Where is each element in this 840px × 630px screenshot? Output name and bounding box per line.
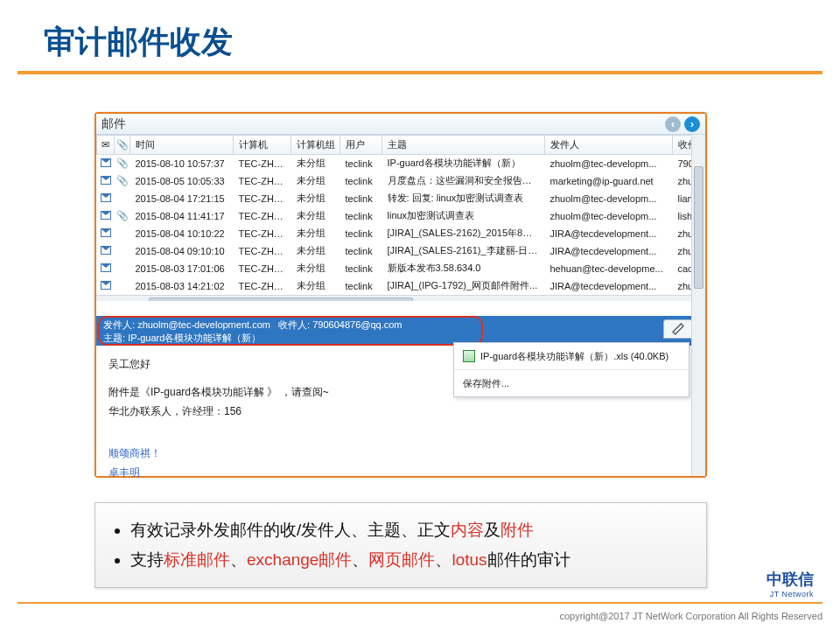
col-group[interactable]: 计算机组 bbox=[291, 136, 340, 155]
vertical-scrollbar[interactable] bbox=[691, 135, 705, 476]
bullet-1: 有效记录外发邮件的收/发件人、主题、正文内容及附件 bbox=[130, 515, 687, 545]
table-row[interactable]: 2015-08-04 17:21:15TEC-ZHU...未分组teclink转… bbox=[97, 190, 706, 207]
table-row[interactable]: 2015-08-04 10:10:22TEC-ZHU...未分组teclink[… bbox=[97, 225, 706, 242]
mail-icon bbox=[101, 193, 111, 202]
col-subject[interactable]: 主题 bbox=[382, 136, 545, 155]
mail-icon bbox=[101, 211, 111, 220]
attachment-icon: 📎 bbox=[116, 175, 129, 186]
signature-1: 顺颂商祺！ bbox=[108, 444, 693, 463]
col-user[interactable]: 用户 bbox=[340, 136, 382, 155]
save-attachment[interactable]: 保存附件... bbox=[454, 370, 689, 396]
attachment-popup: IP-guard各模块功能详解（新）.xls (40.0KB) 保存附件... bbox=[453, 342, 690, 397]
detail-body: 吴工您好 附件是《IP-guard各模块功能详解 》 ，请查阅~ 华北办联系人，… bbox=[96, 346, 705, 491]
table-row[interactable]: 2015-08-04 09:10:10TEC-ZHU...未分组teclink[… bbox=[97, 242, 706, 260]
col-type-icon[interactable]: ✉ bbox=[97, 136, 115, 155]
footer-divider bbox=[18, 602, 822, 604]
mail-icon bbox=[101, 246, 111, 255]
page-title: 审计邮件收发 bbox=[0, 0, 840, 71]
nav-forward-button[interactable]: › bbox=[684, 116, 700, 132]
mail-table: ✉ 📎 时间 计算机 计算机组 用户 主题 发件人 收件人 📎2015-08-1… bbox=[96, 135, 705, 301]
mail-icon bbox=[101, 228, 111, 237]
table-row[interactable]: 📎2015-08-04 11:41:17TEC-ZHU...未分组teclink… bbox=[97, 207, 706, 225]
table-row[interactable]: 2015-08-03 17:01:06TEC-ZHU...未分组teclink新… bbox=[97, 260, 706, 277]
bullet-2: 支持标准邮件、exchange邮件、网页邮件、lotus邮件的审计 bbox=[130, 545, 687, 575]
window-title: 邮件 bbox=[102, 116, 126, 132]
window-header: 邮件 ‹ › bbox=[96, 114, 705, 135]
col-attach-icon[interactable]: 📎 bbox=[115, 136, 130, 155]
table-header-row: ✉ 📎 时间 计算机 计算机组 用户 主题 发件人 收件人 bbox=[97, 136, 706, 155]
signature-2: 卓丰明 bbox=[108, 463, 693, 482]
attachment-file[interactable]: IP-guard各模块功能详解（新）.xls (40.0KB) bbox=[454, 343, 689, 370]
detail-header: 发件人: zhuolm@tec-development.com 收件人: 790… bbox=[96, 316, 705, 346]
nav-back-button[interactable]: ‹ bbox=[665, 116, 681, 132]
mail-icon bbox=[101, 263, 111, 272]
mail-icon bbox=[101, 158, 111, 167]
body-line-2: 华北办联系人，许经理：156 bbox=[108, 402, 693, 421]
attachment-icon: 📎 bbox=[116, 210, 129, 220]
horizontal-scrollbar[interactable] bbox=[96, 295, 705, 301]
mail-icon bbox=[101, 176, 111, 185]
xls-icon bbox=[463, 350, 475, 362]
feature-bullets: 有效记录外发邮件的收/发件人、主题、正文内容及附件 支持标准邮件、exchang… bbox=[94, 502, 707, 588]
table-row[interactable]: 📎2015-08-05 10:05:33TEC-ZHU...未分组teclink… bbox=[97, 172, 706, 190]
highlight-box bbox=[98, 316, 483, 346]
mail-audit-window: 邮件 ‹ › ✉ 📎 时间 计算机 计算机组 用户 主题 bbox=[94, 112, 707, 478]
edit-button[interactable] bbox=[663, 319, 693, 339]
copyright: copyright@2017 JT NetWork Corporation Al… bbox=[559, 611, 822, 621]
table-row[interactable]: 📎2015-08-10 10:57:37TEC-ZHU...未分组teclink… bbox=[97, 155, 706, 172]
attachment-icon: 📎 bbox=[116, 158, 129, 168]
col-computer[interactable]: 计算机 bbox=[234, 136, 291, 155]
col-sender[interactable]: 发件人 bbox=[545, 136, 673, 155]
table-row[interactable]: 2015-08-03 14:21:02TEC-ZHU...未分组teclink[… bbox=[97, 277, 706, 295]
mail-detail-pane: 发件人: zhuolm@tec-development.com 收件人: 790… bbox=[96, 316, 705, 476]
title-divider bbox=[18, 71, 822, 74]
mail-icon bbox=[101, 281, 111, 290]
col-time[interactable]: 时间 bbox=[130, 136, 234, 155]
brand-logo: 中联信 JT Network bbox=[766, 569, 814, 598]
pencil-icon bbox=[671, 322, 685, 336]
